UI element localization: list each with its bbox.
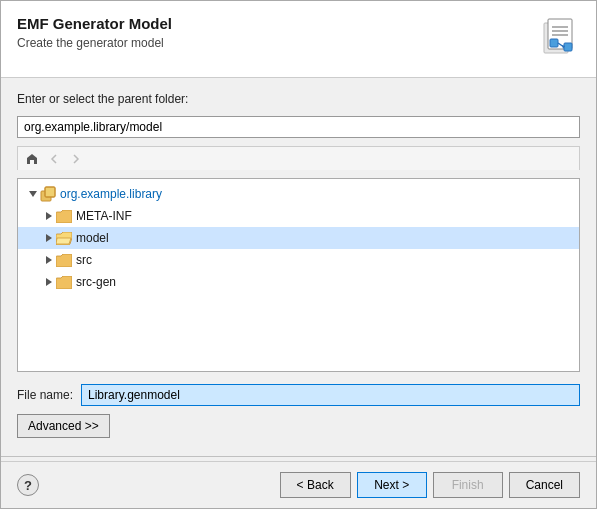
dialog-content: Enter or select the parent folder: <box>1 78 596 452</box>
emf-generator-dialog: EMF Generator Model Create the generator… <box>0 0 597 509</box>
footer-left: ? <box>17 474 39 496</box>
svg-rect-5 <box>550 39 558 47</box>
header-text-area: EMF Generator Model Create the generator… <box>17 15 172 50</box>
emf-icon <box>532 15 580 63</box>
svg-rect-6 <box>564 43 572 51</box>
tree-label-meta-inf: META-INF <box>76 209 132 223</box>
footer-right: < Back Next > Finish Cancel <box>280 472 580 498</box>
folder-path-input[interactable] <box>17 116 580 138</box>
next-button[interactable]: Next > <box>357 472 427 498</box>
filename-row: File name: <box>17 384 580 406</box>
tree-item-meta-inf[interactable]: META-INF <box>18 205 579 227</box>
filename-label: File name: <box>17 388 73 402</box>
expand-meta-inf[interactable] <box>42 209 56 223</box>
tree-label-src: src <box>76 253 92 267</box>
tri-right-icon <box>46 212 52 220</box>
tree-item-src-gen[interactable]: src-gen <box>18 271 579 293</box>
tree-scroll-area[interactable]: org.example.library META-INF <box>18 179 579 371</box>
folder-tree: org.example.library META-INF <box>17 178 580 372</box>
folder-open-icon-model <box>56 232 72 245</box>
expand-root[interactable] <box>26 187 40 201</box>
expand-src-gen[interactable] <box>42 275 56 289</box>
dialog-header: EMF Generator Model Create the generator… <box>1 1 596 78</box>
back-nav-button[interactable] <box>44 150 64 168</box>
footer-separator <box>1 456 596 457</box>
cancel-button[interactable]: Cancel <box>509 472 580 498</box>
tri-right-icon-2 <box>46 234 52 242</box>
home-nav-button[interactable] <box>22 150 42 168</box>
dialog-footer: ? < Back Next > Finish Cancel <box>1 461 596 508</box>
dialog-subtitle: Create the generator model <box>17 36 172 50</box>
tree-nav-bar <box>17 146 580 170</box>
tree-label-model: model <box>76 231 109 245</box>
help-button[interactable]: ? <box>17 474 39 496</box>
folder-icon-src-gen <box>56 276 72 289</box>
expand-src[interactable] <box>42 253 56 267</box>
finish-button[interactable]: Finish <box>433 472 503 498</box>
tri-right-icon-3 <box>46 256 52 264</box>
tri-down-icon <box>29 191 37 197</box>
folder-icon-meta-inf <box>56 210 72 223</box>
tri-right-icon-4 <box>46 278 52 286</box>
tree-item-src[interactable]: src <box>18 249 579 271</box>
forward-nav-button[interactable] <box>66 150 86 168</box>
back-button[interactable]: < Back <box>280 472 351 498</box>
svg-rect-10 <box>45 187 55 197</box>
expand-model[interactable] <box>42 231 56 245</box>
advanced-button[interactable]: Advanced >> <box>17 414 110 438</box>
tree-label-src-gen: src-gen <box>76 275 116 289</box>
folder-label: Enter or select the parent folder: <box>17 92 580 106</box>
tree-item-model[interactable]: model <box>18 227 579 249</box>
tree-item-root[interactable]: org.example.library <box>18 183 579 205</box>
project-icon <box>40 186 56 202</box>
dialog-title: EMF Generator Model <box>17 15 172 32</box>
advanced-btn-container: Advanced >> <box>17 414 580 438</box>
tree-label-root: org.example.library <box>60 187 162 201</box>
folder-icon-src <box>56 254 72 267</box>
filename-input[interactable] <box>81 384 580 406</box>
